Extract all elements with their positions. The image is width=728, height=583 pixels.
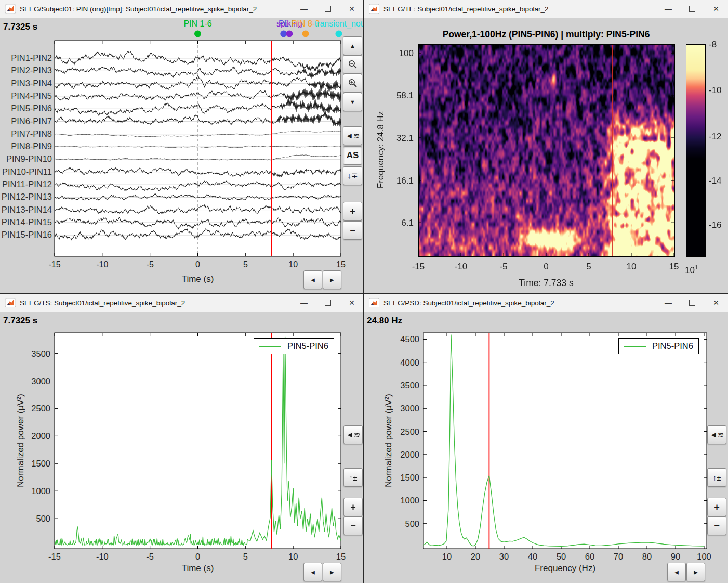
svg-text:2500: 2500 (400, 427, 419, 436)
minimize-button[interactable]: — (656, 0, 680, 18)
tf-y-axis-title: Frequency: 24.8 Hz (376, 67, 386, 233)
svg-text:500: 500 (405, 519, 419, 528)
ts-content: 7.7325 s -15-10-505101550010001500200025… (0, 312, 364, 583)
matlab-app-icon (369, 4, 379, 14)
maximize-button[interactable] (316, 294, 340, 312)
svg-text:100: 100 (697, 552, 711, 561)
event-marker-dot[interactable] (286, 31, 293, 37)
svg-text:10: 10 (627, 262, 637, 271)
gain-up-button[interactable]: + (343, 202, 362, 221)
maximize-button[interactable] (316, 0, 340, 18)
maximize-button[interactable] (680, 294, 704, 312)
svg-text:5: 5 (243, 260, 248, 269)
svg-text:60: 60 (585, 552, 594, 561)
prev-page-button[interactable]: ◂ (303, 563, 322, 581)
svg-text:10: 10 (288, 552, 298, 561)
titlebar-ts[interactable]: SEEG/TS: Subject01/ictal_repetitive_spik… (0, 294, 364, 312)
svg-text:3000: 3000 (400, 404, 419, 413)
svg-text:30: 30 (499, 552, 509, 561)
svg-text:16.1: 16.1 (396, 176, 414, 186)
zoom-in-button[interactable] (343, 74, 362, 93)
svg-text:5: 5 (586, 262, 591, 271)
next-page-button[interactable]: ▸ (323, 270, 341, 289)
flip-page-button[interactable]: ◄≋ (343, 425, 363, 444)
close-button[interactable]: ✕ (704, 294, 728, 312)
maximize-button[interactable] (680, 0, 704, 18)
titlebar-tf[interactable]: SEEG/TF: Subject01/ictal_repetitive_spik… (364, 0, 728, 18)
psd-legend[interactable]: PIN5-PIN6 (618, 338, 699, 354)
svg-text:2500: 2500 (31, 404, 50, 413)
svg-text:3500: 3500 (400, 381, 419, 390)
svg-text:58.1: 58.1 (396, 90, 414, 100)
window-title: SEEG/TS: Subject01/ictal_repetitive_spik… (20, 299, 185, 307)
titlebar-psd[interactable]: SEEG/PSD: Subject01/ictal_repetitive_spi… (364, 294, 728, 312)
svg-text:0: 0 (544, 262, 548, 271)
prev-page-button[interactable]: ◂ (667, 563, 686, 581)
scale-mode-button[interactable]: ↑± (343, 468, 363, 487)
zoom-out-icon (348, 59, 358, 70)
tf-content: Power,1-100Hz (PIN5-PIN6) | multiply: PI… (364, 18, 728, 294)
event-marker-dot[interactable] (302, 31, 309, 37)
svg-text:-15: -15 (48, 552, 61, 561)
desktop: SEEG/Subject01: PIN (orig)[tmp]: Subject… (0, 0, 728, 583)
minimize-button[interactable]: — (292, 0, 316, 18)
next-page-button[interactable]: ▸ (323, 563, 341, 581)
traces-plot[interactable]: -15-10-5051015 (0, 18, 364, 294)
scale-mode-button[interactable]: ↑± (707, 468, 726, 487)
svg-text:3000: 3000 (31, 377, 50, 386)
svg-text:3500: 3500 (31, 349, 50, 358)
svg-text:-10: -10 (455, 262, 468, 271)
scale-base: 10 (685, 265, 695, 275)
gain-down-button[interactable]: − (343, 221, 362, 240)
scroll-up-button[interactable]: ▲ (343, 36, 362, 55)
colorbar-tick-label: -8 (709, 40, 717, 50)
zoom-out-button[interactable] (343, 55, 362, 74)
ts-legend[interactable]: PIN5-PIN6 (254, 338, 334, 354)
svg-text:50: 50 (557, 552, 566, 561)
flip-page-button[interactable]: ◄≋ (343, 126, 362, 145)
colorbar-scale-label: 101 (685, 264, 698, 276)
close-button[interactable]: ✕ (704, 0, 728, 18)
svg-text:1500: 1500 (400, 473, 419, 482)
flip-page-button[interactable]: ◄≋ (707, 425, 726, 444)
ts-x-axis-title: Time (s) (55, 563, 341, 574)
prev-page-button[interactable]: ◂ (303, 270, 322, 289)
gain-down-button[interactable]: − (707, 516, 726, 535)
next-page-button[interactable]: ▸ (686, 563, 705, 581)
svg-text:6.1: 6.1 (401, 218, 414, 228)
traces-content: 7.7325 s PIN 1-6PLspikingPIN 8-9transien… (0, 18, 364, 294)
gain-up-button[interactable]: + (343, 498, 363, 516)
svg-text:1500: 1500 (31, 459, 50, 468)
svg-text:-10: -10 (96, 260, 108, 269)
svg-text:15: 15 (669, 262, 679, 271)
event-marker-dot[interactable] (335, 31, 342, 37)
gain-mode-button[interactable]: ↓∓ (343, 166, 362, 185)
colorbar[interactable] (686, 44, 706, 257)
svg-text:-15: -15 (48, 260, 60, 269)
titlebar-traces[interactable]: SEEG/Subject01: PIN (orig)[tmp]: Subject… (0, 0, 364, 18)
gain-up-button[interactable]: + (707, 498, 726, 516)
svg-text:500: 500 (36, 514, 50, 523)
psd-x-axis-title: Frequency (Hz) (423, 563, 707, 574)
svg-text:-10: -10 (96, 552, 109, 561)
legend-label: PIN5-PIN6 (287, 341, 328, 351)
svg-text:0: 0 (195, 552, 200, 561)
minimize-button[interactable]: — (292, 294, 316, 312)
tf-axes-layer: -15-10-505101510058.132.116.16.1 (364, 18, 728, 294)
maximize-icon (325, 300, 331, 306)
gain-down-button[interactable]: − (343, 516, 363, 535)
scale-exponent: 1 (695, 264, 698, 270)
maximize-icon (689, 300, 695, 306)
svg-text:-5: -5 (147, 260, 154, 269)
minimize-button[interactable]: — (656, 294, 680, 312)
close-button[interactable]: ✕ (340, 0, 364, 18)
autoscale-button[interactable]: AS (343, 146, 362, 165)
close-button[interactable]: ✕ (340, 294, 364, 312)
svg-text:1000: 1000 (31, 486, 50, 496)
svg-text:20: 20 (471, 552, 480, 561)
svg-text:2000: 2000 (400, 450, 419, 459)
scroll-down-button[interactable]: ▼ (343, 93, 362, 111)
event-marker-dot[interactable] (194, 31, 201, 37)
colorbar-tick-label: -10 (709, 85, 722, 96)
colorbar-tick-label: -14 (709, 176, 722, 186)
